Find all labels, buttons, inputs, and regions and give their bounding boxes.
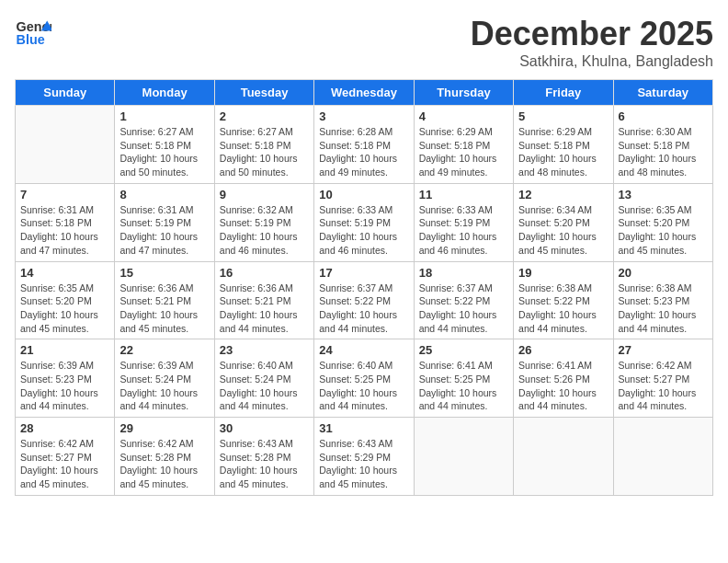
day-detail: Sunrise: 6:35 AMSunset: 5:20 PMDaylight:…	[619, 203, 708, 258]
calendar-cell: 7Sunrise: 6:31 AMSunset: 5:18 PMDaylight…	[16, 183, 115, 261]
day-detail: Sunrise: 6:28 AMSunset: 5:18 PMDaylight:…	[319, 125, 408, 179]
day-number: 18	[419, 266, 508, 280]
day-number: 7	[20, 188, 109, 201]
day-detail: Sunrise: 6:39 AMSunset: 5:24 PMDaylight:…	[119, 359, 209, 413]
calendar-cell	[414, 418, 513, 496]
day-detail: Sunrise: 6:33 AMSunset: 5:19 PMDaylight:…	[419, 203, 508, 258]
calendar-cell	[613, 418, 712, 496]
calendar-cell: 17Sunrise: 6:37 AMSunset: 5:22 PMDayligh…	[314, 261, 414, 339]
day-number: 31	[319, 421, 408, 435]
logo-icon: General Blue	[15, 15, 51, 52]
day-detail: Sunrise: 6:36 AMSunset: 5:21 PMDaylight:…	[220, 282, 309, 336]
day-number: 1	[119, 109, 209, 123]
day-number: 5	[518, 109, 608, 123]
calendar-cell: 13Sunrise: 6:35 AMSunset: 5:20 PMDayligh…	[613, 183, 712, 261]
day-number: 21	[20, 343, 109, 357]
calendar-cell: 2Sunrise: 6:27 AMSunset: 5:18 PMDaylight…	[214, 106, 313, 184]
calendar-cell	[16, 106, 115, 184]
calendar-cell: 15Sunrise: 6:36 AMSunset: 5:21 PMDayligh…	[115, 261, 214, 339]
weekday-header: Thursday	[414, 80, 513, 106]
day-number: 12	[518, 188, 608, 201]
day-detail: Sunrise: 6:43 AMSunset: 5:28 PMDaylight:…	[220, 437, 309, 491]
calendar-subtitle: Satkhira, Khulna, Bangladesh	[471, 53, 713, 70]
calendar-cell: 23Sunrise: 6:40 AMSunset: 5:24 PMDayligh…	[214, 339, 313, 418]
calendar-title: December 2025	[471, 15, 713, 53]
day-number: 14	[20, 266, 109, 280]
calendar-cell: 18Sunrise: 6:37 AMSunset: 5:22 PMDayligh…	[414, 261, 513, 339]
calendar-cell: 19Sunrise: 6:38 AMSunset: 5:22 PMDayligh…	[514, 261, 613, 339]
day-detail: Sunrise: 6:29 AMSunset: 5:18 PMDaylight:…	[518, 125, 608, 179]
day-number: 16	[220, 266, 309, 280]
svg-text:Blue: Blue	[17, 32, 45, 47]
calendar-cell: 30Sunrise: 6:43 AMSunset: 5:28 PMDayligh…	[214, 418, 313, 496]
weekday-header: Tuesday	[214, 80, 313, 106]
calendar-week-row: 1Sunrise: 6:27 AMSunset: 5:18 PMDaylight…	[16, 106, 713, 184]
day-detail: Sunrise: 6:38 AMSunset: 5:23 PMDaylight:…	[619, 282, 708, 336]
calendar-cell: 14Sunrise: 6:35 AMSunset: 5:20 PMDayligh…	[16, 261, 115, 339]
day-number: 23	[220, 343, 309, 357]
day-number: 30	[220, 421, 309, 435]
calendar-week-row: 14Sunrise: 6:35 AMSunset: 5:20 PMDayligh…	[16, 261, 713, 339]
calendar-table: SundayMondayTuesdayWednesdayThursdayFrid…	[15, 79, 713, 496]
day-detail: Sunrise: 6:34 AMSunset: 5:20 PMDaylight:…	[518, 203, 608, 258]
day-number: 19	[518, 266, 608, 280]
day-number: 13	[619, 188, 708, 201]
day-number: 6	[619, 109, 708, 123]
day-number: 24	[319, 343, 408, 357]
calendar-cell: 20Sunrise: 6:38 AMSunset: 5:23 PMDayligh…	[613, 261, 712, 339]
day-detail: Sunrise: 6:29 AMSunset: 5:18 PMDaylight:…	[419, 125, 508, 179]
weekday-header: Saturday	[613, 80, 712, 106]
weekday-header-row: SundayMondayTuesdayWednesdayThursdayFrid…	[16, 80, 713, 106]
calendar-cell	[514, 418, 613, 496]
calendar-cell: 4Sunrise: 6:29 AMSunset: 5:18 PMDaylight…	[414, 106, 513, 184]
day-detail: Sunrise: 6:27 AMSunset: 5:18 PMDaylight:…	[220, 125, 309, 179]
logo: General Blue	[15, 15, 51, 52]
day-detail: Sunrise: 6:31 AMSunset: 5:18 PMDaylight:…	[20, 203, 109, 258]
day-detail: Sunrise: 6:41 AMSunset: 5:26 PMDaylight:…	[518, 359, 608, 413]
day-number: 10	[319, 188, 408, 201]
day-detail: Sunrise: 6:42 AMSunset: 5:27 PMDaylight:…	[619, 359, 708, 413]
day-detail: Sunrise: 6:36 AMSunset: 5:21 PMDaylight:…	[119, 282, 209, 336]
day-number: 26	[518, 343, 608, 357]
page-header: General Blue December 2025 Satkhira, Khu…	[15, 15, 713, 70]
calendar-cell: 22Sunrise: 6:39 AMSunset: 5:24 PMDayligh…	[115, 339, 214, 418]
day-detail: Sunrise: 6:38 AMSunset: 5:22 PMDaylight:…	[518, 282, 608, 336]
calendar-cell: 24Sunrise: 6:40 AMSunset: 5:25 PMDayligh…	[314, 339, 414, 418]
calendar-cell: 1Sunrise: 6:27 AMSunset: 5:18 PMDaylight…	[115, 106, 214, 184]
weekday-header: Sunday	[16, 80, 115, 106]
calendar-cell: 11Sunrise: 6:33 AMSunset: 5:19 PMDayligh…	[414, 183, 513, 261]
calendar-week-row: 21Sunrise: 6:39 AMSunset: 5:23 PMDayligh…	[16, 339, 713, 418]
day-detail: Sunrise: 6:39 AMSunset: 5:23 PMDaylight:…	[20, 359, 109, 413]
day-detail: Sunrise: 6:33 AMSunset: 5:19 PMDaylight:…	[319, 203, 408, 258]
calendar-week-row: 7Sunrise: 6:31 AMSunset: 5:18 PMDaylight…	[16, 183, 713, 261]
day-detail: Sunrise: 6:27 AMSunset: 5:18 PMDaylight:…	[119, 125, 209, 179]
calendar-cell: 8Sunrise: 6:31 AMSunset: 5:19 PMDaylight…	[115, 183, 214, 261]
calendar-cell: 31Sunrise: 6:43 AMSunset: 5:29 PMDayligh…	[314, 418, 414, 496]
day-detail: Sunrise: 6:41 AMSunset: 5:25 PMDaylight:…	[419, 359, 508, 413]
day-number: 17	[319, 266, 408, 280]
calendar-cell: 12Sunrise: 6:34 AMSunset: 5:20 PMDayligh…	[514, 183, 613, 261]
day-number: 4	[419, 109, 508, 123]
day-number: 25	[419, 343, 508, 357]
day-detail: Sunrise: 6:31 AMSunset: 5:19 PMDaylight:…	[119, 203, 209, 258]
calendar-cell: 10Sunrise: 6:33 AMSunset: 5:19 PMDayligh…	[314, 183, 414, 261]
title-block: December 2025 Satkhira, Khulna, Banglade…	[471, 15, 713, 70]
weekday-header: Monday	[115, 80, 214, 106]
calendar-cell: 28Sunrise: 6:42 AMSunset: 5:27 PMDayligh…	[16, 418, 115, 496]
day-number: 22	[119, 343, 209, 357]
day-number: 8	[119, 188, 209, 201]
day-number: 9	[220, 188, 309, 201]
calendar-cell: 16Sunrise: 6:36 AMSunset: 5:21 PMDayligh…	[214, 261, 313, 339]
day-detail: Sunrise: 6:37 AMSunset: 5:22 PMDaylight:…	[419, 282, 508, 336]
day-detail: Sunrise: 6:40 AMSunset: 5:24 PMDaylight:…	[220, 359, 309, 413]
day-detail: Sunrise: 6:32 AMSunset: 5:19 PMDaylight:…	[220, 203, 309, 258]
calendar-cell: 6Sunrise: 6:30 AMSunset: 5:18 PMDaylight…	[613, 106, 712, 184]
day-number: 20	[619, 266, 708, 280]
day-detail: Sunrise: 6:30 AMSunset: 5:18 PMDaylight:…	[619, 125, 708, 179]
weekday-header: Friday	[514, 80, 613, 106]
day-number: 29	[119, 421, 209, 435]
day-detail: Sunrise: 6:42 AMSunset: 5:28 PMDaylight:…	[119, 437, 209, 491]
day-number: 27	[619, 343, 708, 357]
calendar-cell: 3Sunrise: 6:28 AMSunset: 5:18 PMDaylight…	[314, 106, 414, 184]
day-number: 11	[419, 188, 508, 201]
